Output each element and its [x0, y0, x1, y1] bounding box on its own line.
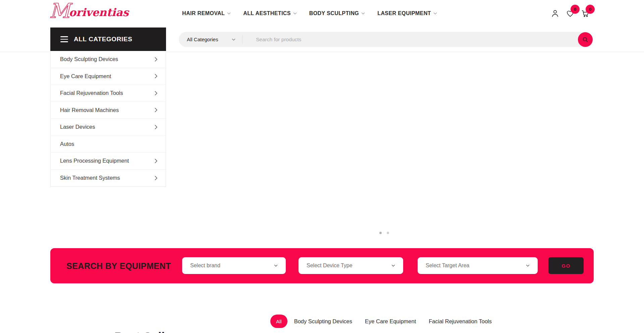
tab-all[interactable]: All — [270, 315, 287, 328]
select-brand-dropdown[interactable]: Select brand — [182, 257, 286, 274]
chevron-down-icon — [526, 264, 530, 267]
header-actions: 0 0 — [551, 0, 590, 26]
sidebar-item-body-sculpting-devices[interactable]: Body Sculpting Devices — [51, 51, 166, 68]
select-device-type-placeholder: Select Device Type — [307, 263, 353, 269]
cart-count-badge: 0 — [586, 5, 595, 14]
carousel-dot[interactable] — [379, 232, 382, 234]
wishlist-button[interactable]: 0 — [566, 9, 575, 18]
select-target-area-dropdown[interactable]: Select Target Area — [418, 257, 538, 274]
chevron-down-icon — [433, 12, 437, 15]
search-category-value: All Categories — [187, 37, 218, 42]
magnifier-icon — [582, 36, 589, 43]
wishlist-count-badge: 0 — [571, 5, 580, 14]
carousel-dot[interactable] — [387, 232, 389, 234]
all-categories-label: ALL CATEGORIES — [74, 36, 132, 43]
all-categories-button[interactable]: ALL CATEGORIES — [50, 27, 166, 51]
page: M oriventias HAIR REMOVAL ALL AESTHETICS… — [0, 0, 644, 333]
logo-text: oriventias — [69, 6, 128, 20]
nav-item-laser-equipment[interactable]: LASER EQUIPMENT — [377, 10, 437, 16]
select-target-area-placeholder: Select Target Area — [426, 263, 469, 269]
chevron-down-icon — [232, 38, 235, 41]
tab-body-sculpting-devices[interactable]: Body Sculpting Devices — [294, 318, 352, 325]
nav-item-label: ALL AESTHETICS — [243, 10, 291, 16]
sidebar-item-facial-rejuvenation-tools[interactable]: Facial Rejuvenation Tools — [51, 85, 166, 102]
search-by-equipment-banner: SEARCH BY EQUIPMENT Select brand Select … — [50, 248, 594, 283]
sidebar-item-laser-devices[interactable]: Laser Devices — [51, 119, 166, 136]
nav-item-all-aesthetics[interactable]: ALL AESTHETICS — [243, 10, 297, 16]
chevron-down-icon — [274, 264, 278, 267]
product-search-bar: All Categories — [179, 32, 593, 47]
nav-item-label: HAIR REMOVAL — [182, 10, 225, 16]
main-nav: HAIR REMOVAL ALL AESTHETICS BODY SCULPTI… — [182, 0, 437, 26]
nav-item-label: BODY SCULPTING — [309, 10, 359, 16]
search-button[interactable] — [578, 32, 593, 47]
sidebar-item-label: Autos — [60, 141, 74, 147]
subheader: ALL CATEGORIES All Categories — [0, 26, 644, 52]
sidebar-item-lens-processing-equipment[interactable]: Lens Processing Equipment — [51, 153, 166, 170]
select-device-type-dropdown[interactable]: Select Device Type — [299, 257, 403, 274]
go-button[interactable]: GO — [548, 257, 584, 274]
tab-eye-care-equipment[interactable]: Eye Care Equipment — [365, 318, 416, 325]
sidebar-item-label: Facial Rejuvenation Tools — [60, 90, 123, 96]
carousel-dots — [379, 232, 389, 234]
sidebar-item-label: Laser Devices — [60, 124, 95, 130]
chevron-right-icon — [155, 57, 157, 62]
product-filter-tabs: All Body Sculpting Devices Eye Care Equi… — [270, 315, 492, 328]
chevron-down-icon — [293, 12, 297, 15]
chevron-down-icon — [391, 264, 395, 267]
sidebar-item-autos[interactable]: Autos — [51, 136, 166, 153]
search-input[interactable] — [243, 32, 593, 47]
cart-button[interactable]: 0 — [581, 9, 590, 18]
chevron-right-icon — [155, 125, 157, 129]
logo-initial: M — [49, 1, 70, 20]
user-icon — [551, 9, 559, 18]
nav-item-label: LASER EQUIPMENT — [377, 10, 431, 16]
sidebar-item-skin-treatment-systems[interactable]: Skin Treatment Systems — [51, 170, 166, 187]
category-sidebar: Body Sculpting Devices Eye Care Equipmen… — [50, 51, 166, 187]
chevron-down-icon — [361, 12, 365, 15]
best-sellers-heading: Best Sellers — [114, 330, 183, 333]
nav-item-hair-removal[interactable]: HAIR REMOVAL — [182, 10, 231, 16]
sidebar-item-label: Skin Treatment Systems — [60, 175, 120, 181]
sidebar-item-hair-removal-machines[interactable]: Hair Removal Machines — [51, 102, 166, 119]
chevron-right-icon — [155, 176, 157, 180]
search-category-select[interactable]: All Categories — [179, 37, 242, 42]
tab-facial-rejuvenation-tools[interactable]: Facial Rejuvenation Tools — [429, 318, 492, 325]
site-header: M oriventias HAIR REMOVAL ALL AESTHETICS… — [0, 0, 644, 26]
chevron-right-icon — [155, 159, 157, 163]
chevron-down-icon — [227, 12, 231, 15]
nav-item-body-sculpting[interactable]: BODY SCULPTING — [309, 10, 365, 16]
site-logo[interactable]: M oriventias — [49, 1, 129, 20]
select-brand-placeholder: Select brand — [190, 263, 220, 269]
sidebar-item-label: Lens Processing Equipment — [60, 158, 129, 164]
hamburger-icon — [60, 36, 68, 42]
chevron-right-icon — [155, 91, 157, 96]
sidebar-item-label: Body Sculpting Devices — [60, 56, 118, 62]
chevron-right-icon — [155, 108, 157, 112]
account-button[interactable] — [551, 9, 559, 18]
sidebar-item-eye-care-equipment[interactable]: Eye Care Equipment — [51, 68, 166, 85]
banner-title: SEARCH BY EQUIPMENT — [66, 261, 171, 271]
sidebar-item-label: Hair Removal Machines — [60, 107, 119, 113]
sidebar-item-label: Eye Care Equipment — [60, 73, 111, 79]
chevron-right-icon — [155, 74, 157, 78]
